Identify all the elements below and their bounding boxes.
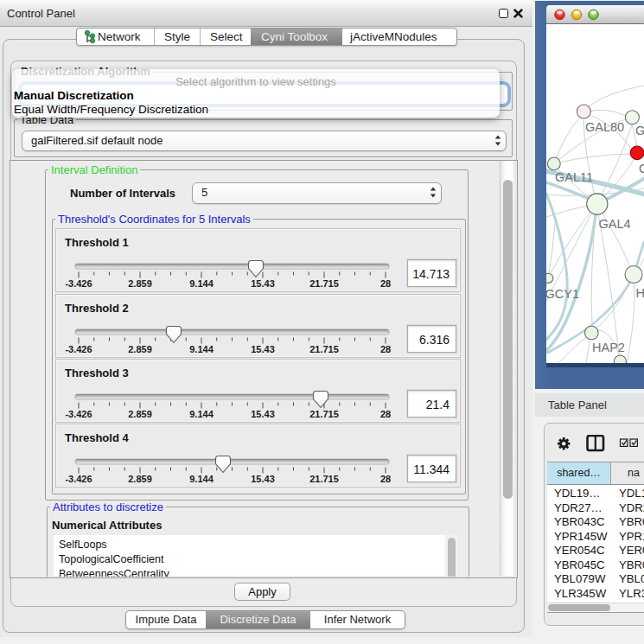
svg-text:GAL4: GAL4	[599, 217, 631, 231]
svg-text:H: H	[636, 286, 644, 300]
svg-text:GA: GA	[635, 124, 644, 137]
svg-text:C: C	[639, 162, 644, 175]
svg-text:HAP2: HAP2	[592, 341, 625, 354]
svg-text:GAL11: GAL11	[555, 170, 593, 184]
svg-text:GCY1: GCY1	[546, 287, 579, 301]
svg-text:GAL80: GAL80	[585, 120, 624, 134]
